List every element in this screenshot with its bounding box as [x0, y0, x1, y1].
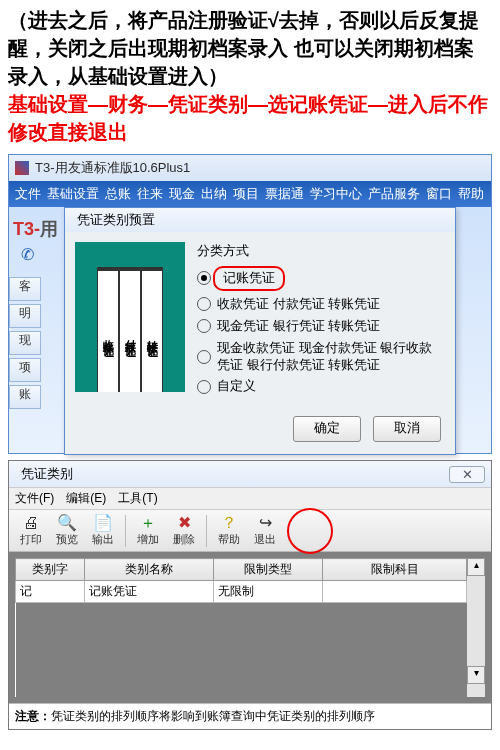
voucher-table: 类别字 类别名称 限制类型 限制科目 记 记账凭证 无限制 — [15, 558, 467, 697]
tool-help[interactable]: ？帮助 — [211, 514, 247, 547]
phone-icon: ✆ — [21, 245, 34, 264]
app-title: T3-用友通标准版10.6Plus1 — [35, 159, 190, 177]
add-icon: ＋ — [130, 514, 166, 532]
cell-limit[interactable]: 无限制 — [214, 581, 323, 603]
illustration-col: 转帐凭证 — [141, 271, 163, 392]
menu-file[interactable]: 文件 — [15, 185, 41, 203]
menu-arap[interactable]: 往来 — [137, 185, 163, 203]
menu-cashier[interactable]: 出纳 — [201, 185, 227, 203]
sidebar-item[interactable]: 项 — [9, 358, 41, 382]
option-journal[interactable]: 记账凭证 — [213, 266, 285, 291]
scroll-down[interactable]: ▾ — [467, 666, 485, 684]
cell-kind[interactable]: 记 — [16, 581, 85, 603]
note-text: 凭证类别的排列顺序将影响到账簿查询中凭证类别的排列顺序 — [51, 709, 375, 723]
sidebar-item[interactable]: 明 — [9, 304, 41, 328]
table-row[interactable]: 记 记账凭证 无限制 — [16, 581, 467, 603]
help-icon: ？ — [211, 514, 247, 532]
tool-delete[interactable]: ✖删除 — [166, 514, 202, 547]
cell-subject[interactable] — [323, 581, 467, 603]
menu-project[interactable]: 项目 — [233, 185, 259, 203]
dialog-titlebar: 凭证类别预置 — [65, 208, 455, 232]
delete-icon: ✖ — [166, 514, 202, 532]
voucher-illustration: 收款凭证 付款凭证 转帐凭证 — [75, 242, 185, 392]
preview-icon: 🔍 — [49, 514, 85, 532]
cell-name[interactable]: 记账凭证 — [85, 581, 214, 603]
instruction-line-2: 基础设置—财务—凭证类别—选记账凭证—进入后不作修改直接退出 — [8, 90, 492, 146]
cancel-button[interactable]: 取消 — [373, 416, 441, 442]
export-icon: 📄 — [85, 514, 121, 532]
illustration-col: 付款凭证 — [119, 271, 141, 392]
tool-export[interactable]: 📄输出 — [85, 514, 121, 547]
col-kind[interactable]: 类别字 — [16, 559, 85, 581]
tool-preview[interactable]: 🔍预览 — [49, 514, 85, 547]
vertical-scrollbar[interactable]: ▴ ▾ — [467, 558, 485, 697]
instruction-block: （进去之后，将产品注册验证√去掉，否则以后反复提醒，关闭之后出现期初档案录入 也… — [0, 0, 500, 152]
list-menu-tools[interactable]: 工具(T) — [118, 490, 157, 507]
menu-learn[interactable]: 学习中心 — [310, 185, 362, 203]
menu-base[interactable]: 基础设置 — [47, 185, 99, 203]
scroll-up[interactable]: ▴ — [467, 558, 485, 576]
radio-journal[interactable] — [197, 271, 211, 285]
menu-cash[interactable]: 现金 — [169, 185, 195, 203]
option-bank[interactable]: 现金凭证 银行凭证 转账凭证 — [217, 318, 380, 335]
app-icon — [15, 161, 29, 175]
option-custom[interactable]: 自定义 — [217, 378, 256, 395]
col-limit[interactable]: 限制类型 — [214, 559, 323, 581]
voucher-list-window: 凭证类别 ✕ 文件(F) 编辑(E) 工具(T) 🖨打印 🔍预览 📄输出 ＋增加… — [8, 460, 492, 730]
app-body: T3-用 ✆ 客 明 现 项 账 凭证类别预置 收款凭证 付款凭证 转帐凭证 — [9, 207, 491, 453]
menu-bill[interactable]: 票据通 — [265, 185, 304, 203]
list-menubar: 文件(F) 编辑(E) 工具(T) — [9, 487, 491, 510]
radio-5type[interactable] — [197, 350, 211, 364]
list-titlebar: 凭证类别 ✕ — [9, 461, 491, 487]
tool-add[interactable]: ＋增加 — [130, 514, 166, 547]
exit-icon: ↪ — [247, 514, 283, 532]
dialog-title-text: 凭证类别预置 — [77, 211, 155, 229]
app-titlebar: T3-用友通标准版10.6Plus1 — [9, 155, 491, 181]
col-subject[interactable]: 限制科目 — [323, 559, 467, 581]
option-5type[interactable]: 现金收款凭证 现金付款凭证 银行收款凭证 银行付款凭证 转账凭证 — [217, 340, 445, 374]
menu-service[interactable]: 产品服务 — [368, 185, 420, 203]
list-title-text: 凭证类别 — [21, 465, 73, 483]
ok-button[interactable]: 确定 — [293, 416, 361, 442]
note-label: 注意： — [15, 709, 51, 723]
radio-custom[interactable] — [197, 380, 211, 394]
sidebar-item[interactable]: 客 — [9, 277, 41, 301]
list-menu-edit[interactable]: 编辑(E) — [66, 490, 106, 507]
menu-help[interactable]: 帮助 — [458, 185, 484, 203]
print-icon: 🖨 — [13, 514, 49, 532]
menu-gl[interactable]: 总账 — [105, 185, 131, 203]
grid-area: 类别字 类别名称 限制类型 限制科目 记 记账凭证 无限制 ▴ — [9, 552, 491, 703]
exit-highlight — [287, 508, 333, 554]
instruction-line-1: （进去之后，将产品注册验证√去掉，否则以后反复提醒，关闭之后出现期初档案录入 也… — [8, 6, 492, 90]
tool-exit[interactable]: ↪退出 — [247, 514, 283, 547]
close-button[interactable]: ✕ — [449, 466, 485, 483]
radio-3type[interactable] — [197, 297, 211, 311]
group-label: 分类方式 — [197, 242, 445, 260]
brand-logo: T3-用 — [13, 217, 58, 241]
sidebar-item[interactable]: 现 — [9, 331, 41, 355]
classification-group: 分类方式 记账凭证 收款凭证 付款凭证 转账凭证 现金凭证 银行凭证 转账凭证 — [197, 242, 445, 400]
footer-note: 注意：凭证类别的排列顺序将影响到账簿查询中凭证类别的排列顺序 — [9, 703, 491, 729]
radio-bank[interactable] — [197, 319, 211, 333]
app-window: T3-用友通标准版10.6Plus1 文件 基础设置 总账 往来 现金 出纳 项… — [8, 154, 492, 454]
list-toolbar: 🖨打印 🔍预览 📄输出 ＋增加 ✖删除 ？帮助 ↪退出 — [9, 510, 491, 552]
app-menubar: 文件 基础设置 总账 往来 现金 出纳 项目 票据通 学习中心 产品服务 窗口 … — [9, 181, 491, 207]
option-3type[interactable]: 收款凭证 付款凭证 转账凭证 — [217, 296, 380, 313]
sidebar: 客 明 现 项 账 — [9, 277, 41, 412]
col-name[interactable]: 类别名称 — [85, 559, 214, 581]
voucher-type-dialog: 凭证类别预置 收款凭证 付款凭证 转帐凭证 分类方式 记账凭证 — [64, 207, 456, 455]
illustration-col: 收款凭证 — [97, 271, 119, 392]
menu-window[interactable]: 窗口 — [426, 185, 452, 203]
tool-print[interactable]: 🖨打印 — [13, 514, 49, 547]
sidebar-item[interactable]: 账 — [9, 385, 41, 409]
list-menu-file[interactable]: 文件(F) — [15, 490, 54, 507]
